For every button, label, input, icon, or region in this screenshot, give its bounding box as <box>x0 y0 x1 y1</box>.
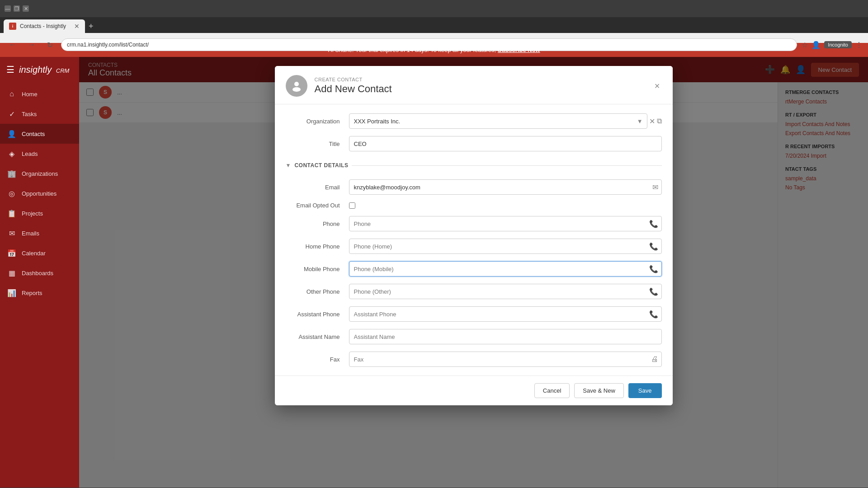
projects-icon: 📋 <box>7 209 16 218</box>
svg-point-0 <box>294 82 299 86</box>
org-copy-button[interactable]: ⧉ <box>657 117 662 125</box>
section-toggle-button[interactable]: ▼ <box>286 162 291 169</box>
assistant-name-label: Assistant Name <box>286 333 349 340</box>
home-phone-input[interactable] <box>349 239 662 254</box>
sidebar-item-leads[interactable]: ◈ Leads <box>0 144 79 164</box>
tasks-icon: ✓ <box>7 109 16 118</box>
sidebar-item-projects[interactable]: 📋 Projects <box>0 203 79 223</box>
other-phone-field: 📞 <box>349 284 662 299</box>
assistant-phone-row: Assistant Phone 📞 <box>286 306 662 322</box>
organization-field: XXX Portraits Inc. ▼ ✕ ⧉ <box>349 113 662 129</box>
mobile-phone-icon: 📞 <box>649 265 658 273</box>
tab-favicon: i <box>9 23 16 30</box>
sidebar-item-home[interactable]: ⌂ Home <box>0 84 79 104</box>
menu-button[interactable]: ⋮ <box>855 41 863 49</box>
restore-button[interactable]: ❐ <box>14 5 20 12</box>
assistant-phone-input[interactable] <box>349 306 662 322</box>
mobile-phone-input[interactable] <box>349 261 662 277</box>
browser-tab[interactable]: i Contacts - Insightly ✕ <box>4 19 85 33</box>
leads-icon: ◈ <box>7 149 16 158</box>
sidebar-item-organizations[interactable]: 🏢 Organizations <box>0 164 79 183</box>
sidebar-item-calendar[interactable]: 📅 Calendar <box>0 243 79 263</box>
main-content: CONTACTS All Contacts ➕ 🔔 👤 New Contact … <box>79 57 868 488</box>
bookmark-button[interactable]: ☆ <box>802 41 808 49</box>
sidebar-label-organizations: Organizations <box>22 170 58 177</box>
email-input[interactable] <box>349 179 662 195</box>
phone-input[interactable] <box>349 216 662 231</box>
modal-header: CREATE CONTACT Add New Contact × <box>275 66 673 104</box>
crm-label: CRM <box>56 67 70 74</box>
fax-input[interactable] <box>349 352 662 367</box>
trial-text: Hi Shane. Your trial expires in 14 days.… <box>328 47 496 53</box>
modal-body: Organization XXX Portraits Inc. ▼ ✕ ⧉ <box>275 104 673 375</box>
other-phone-icon: 📞 <box>649 287 658 296</box>
sidebar-item-emails[interactable]: ✉ Emails <box>0 223 79 243</box>
organization-label: Organization <box>286 118 349 125</box>
fax-field: 🖨 <box>349 352 662 367</box>
refresh-button[interactable]: ↻ <box>43 39 57 51</box>
save-new-button[interactable]: Save & New <box>574 383 624 398</box>
assistant-phone-icon: 📞 <box>649 310 658 319</box>
home-phone-field: 📞 <box>349 239 662 254</box>
email-opted-out-label: Email Opted Out <box>286 202 349 209</box>
phone-row: Phone 📞 <box>286 216 662 231</box>
hamburger-button[interactable]: ☰ <box>6 64 14 75</box>
emails-icon: ✉ <box>7 229 16 238</box>
modal-subtitle: CREATE CONTACT <box>315 77 646 82</box>
title-input[interactable] <box>349 136 662 151</box>
sidebar-nav: ⌂ Home ✓ Tasks 👤 Contacts ◈ Leads 🏢 Orga… <box>0 82 79 488</box>
sidebar-label-emails: Emails <box>22 230 39 237</box>
title-label: Title <box>286 141 349 147</box>
forward-button[interactable]: → <box>24 39 39 51</box>
profile-button[interactable]: 👤 <box>811 41 821 49</box>
phone-field: 📞 <box>349 216 662 231</box>
opportunities-icon: ◎ <box>7 189 16 198</box>
assistant-phone-field: 📞 <box>349 306 662 322</box>
fax-row: Fax 🖨 <box>286 352 662 367</box>
sidebar: ☰ insightly CRM ⌂ Home ✓ Tasks 👤 Contact… <box>0 57 79 488</box>
sidebar-label-home: Home <box>22 91 38 98</box>
tab-close-button[interactable]: ✕ <box>74 23 80 30</box>
email-opted-out-row: Email Opted Out <box>286 202 662 209</box>
save-button[interactable]: Save <box>628 383 662 398</box>
close-window-button[interactable]: ✕ <box>23 5 29 12</box>
sidebar-item-reports[interactable]: 📊 Reports <box>0 283 79 303</box>
subscribe-link[interactable]: Subscribe Now <box>498 47 540 53</box>
email-opted-out-checkbox[interactable] <box>349 202 355 209</box>
sidebar-item-contacts[interactable]: 👤 Contacts <box>0 124 79 144</box>
modal-title-block: CREATE CONTACT Add New Contact <box>315 77 646 95</box>
email-opted-out-field <box>349 202 662 209</box>
home-icon: ⌂ <box>7 89 16 99</box>
sidebar-label-leads: Leads <box>22 150 38 157</box>
org-clear-button[interactable]: ✕ <box>649 117 655 126</box>
sidebar-item-dashboards[interactable]: ▦ Dashboards <box>0 263 79 283</box>
organization-select[interactable]: XXX Portraits Inc. <box>349 113 647 129</box>
reports-icon: 📊 <box>7 288 16 297</box>
tab-label: Contacts - Insightly <box>20 23 66 29</box>
other-phone-input[interactable] <box>349 284 662 299</box>
minimize-button[interactable]: — <box>5 5 11 12</box>
sidebar-label-dashboards: Dashboards <box>22 270 53 277</box>
other-phone-label: Other Phone <box>286 288 349 295</box>
sidebar-item-opportunities[interactable]: ◎ Opportunities <box>0 183 79 203</box>
assistant-name-field <box>349 329 662 344</box>
fax-label: Fax <box>286 356 349 363</box>
modal-close-button[interactable]: × <box>653 79 662 93</box>
org-select-wrapper: XXX Portraits Inc. ▼ <box>349 113 647 129</box>
section-divider <box>352 165 661 166</box>
sidebar-label-projects: Projects <box>22 210 43 217</box>
cancel-button[interactable]: Cancel <box>534 383 570 398</box>
title-row: Title <box>286 136 662 151</box>
assistant-name-input[interactable] <box>349 329 662 344</box>
calendar-icon: 📅 <box>7 249 16 258</box>
sidebar-label-contacts: Contacts <box>22 131 45 137</box>
new-tab-button[interactable]: + <box>85 20 97 33</box>
sidebar-label-reports: Reports <box>22 290 42 296</box>
back-button[interactable]: ← <box>5 39 20 51</box>
phone-icon: 📞 <box>649 220 658 228</box>
sidebar-item-tasks[interactable]: ✓ Tasks <box>0 104 79 124</box>
section-title: CONTACT DETAILS <box>294 162 348 169</box>
contact-details-section-header: ▼ CONTACT DETAILS <box>286 159 662 172</box>
email-opted-out-checkbox-label <box>349 202 662 209</box>
email-label: Email <box>286 184 349 191</box>
